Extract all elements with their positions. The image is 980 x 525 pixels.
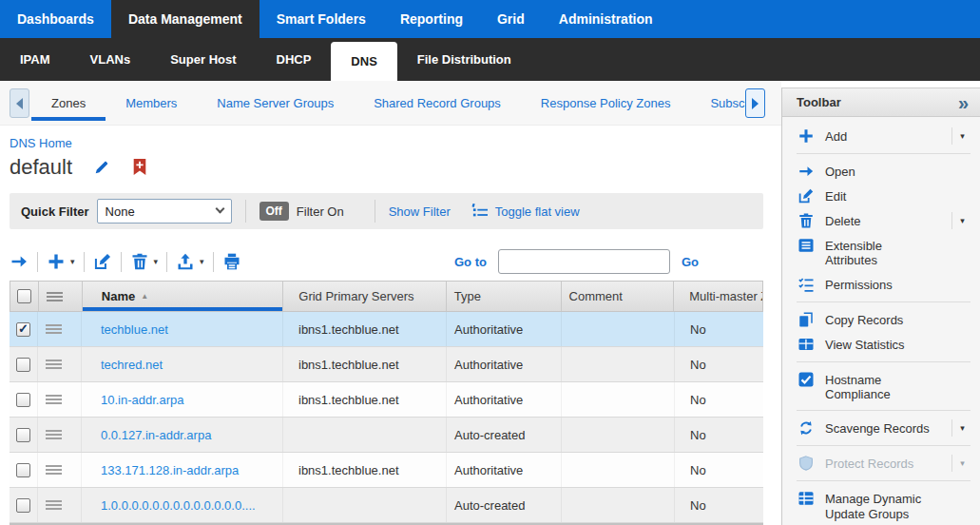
- zone-link[interactable]: 133.171.128.in-addr.arpa: [101, 463, 239, 477]
- quick-filter-bar: Quick Filter None Off Filter On Show Fil…: [10, 193, 763, 229]
- toolbar-extensible-attributes-button[interactable]: Extensible Attributes: [782, 233, 980, 272]
- goto-input[interactable]: [498, 249, 670, 274]
- row-menu-icon[interactable]: [46, 358, 62, 371]
- row-checkbox[interactable]: [16, 498, 30, 513]
- tab-response-policy-zones[interactable]: Response Policy Zones: [521, 88, 691, 121]
- add-button[interactable]: ▾: [47, 252, 75, 271]
- toolbar-delete-button[interactable]: Delete ▾: [782, 208, 980, 233]
- row-checkbox[interactable]: [16, 322, 30, 337]
- cell-grid-primary: [283, 418, 447, 452]
- filter-on-label: Filter On: [297, 204, 344, 219]
- divider: [121, 252, 122, 272]
- table-row[interactable]: 133.171.128.in-addr.arpa ibns1.techblue.…: [10, 453, 763, 488]
- goto-label: Go to: [454, 255, 487, 269]
- caret-down-icon[interactable]: ▾: [200, 257, 204, 266]
- nav-grid[interactable]: Grid: [480, 0, 542, 38]
- column-header-grid-primary[interactable]: Grid Primary Servers: [283, 282, 447, 311]
- zone-link[interactable]: 1.0.0.0.0.0.0.0.0.0.0.0.0.0....: [101, 498, 256, 513]
- cell-multi-master: No: [675, 418, 763, 452]
- tab-scroll-right-button[interactable]: [745, 88, 765, 118]
- column-header-comment[interactable]: Comment: [562, 282, 675, 311]
- recycle-icon: [797, 419, 816, 437]
- table-row[interactable]: 10.in-addr.arpa ibns1.techblue.net Autho…: [10, 382, 763, 418]
- tab-name-server-groups[interactable]: Name Server Groups: [197, 88, 354, 121]
- subnav-super-host[interactable]: Super Host: [150, 38, 256, 81]
- zone-link[interactable]: 0.0.127.in-addr.arpa: [101, 428, 211, 442]
- cell-grid-primary: ibns1.techblue.net: [283, 312, 447, 346]
- row-menu-icon[interactable]: [46, 463, 62, 476]
- subnav-dns[interactable]: DNS: [331, 42, 396, 81]
- breadcrumb-dns-home[interactable]: DNS Home: [10, 136, 72, 150]
- edit-pencil-icon[interactable]: [93, 159, 110, 176]
- toolbar-hostname-compliance-button[interactable]: Hostname Compliance: [782, 367, 980, 406]
- open-selected-button[interactable]: [10, 252, 29, 271]
- column-header-multi-master[interactable]: Multi-master Zones: [674, 282, 762, 311]
- nav-administration[interactable]: Administration: [542, 0, 670, 38]
- zone-link[interactable]: 10.in-addr.arpa: [101, 393, 183, 407]
- toolbar-scavenge-records-button[interactable]: Scavenge Records ▾: [782, 416, 980, 440]
- open-arrow-icon: [797, 163, 816, 180]
- caret-down-icon[interactable]: ▾: [951, 212, 972, 229]
- nav-smart-folders[interactable]: Smart Folders: [259, 0, 383, 38]
- toolbar-open-button[interactable]: Open: [782, 159, 980, 184]
- subnav-dhcp[interactable]: DHCP: [257, 38, 332, 81]
- tab-subscriber-services[interactable]: Subscriber Services: [690, 88, 745, 121]
- row-checkbox[interactable]: [16, 463, 30, 477]
- subnav-vlans[interactable]: VLANs: [70, 38, 151, 81]
- subnav-file-distribution[interactable]: File Distribution: [397, 38, 531, 81]
- cell-grid-primary: ibns1.techblue.net: [283, 382, 447, 417]
- caret-down-icon[interactable]: ▾: [154, 257, 159, 266]
- table-row[interactable]: techred.net ibns1.techblue.net Authorita…: [10, 347, 763, 382]
- toolbar-manage-dynamic-update-groups-button[interactable]: Manage Dynamic Update Groups: [782, 486, 980, 525]
- export-button[interactable]: ▾: [176, 252, 204, 271]
- zone-link[interactable]: techred.net: [101, 358, 163, 372]
- nav-dashboards[interactable]: Dashboards: [0, 0, 111, 38]
- zone-link[interactable]: techblue.net: [101, 322, 168, 337]
- caret-down-icon[interactable]: ▾: [70, 257, 75, 266]
- toolbar-permissions-button[interactable]: Permissions: [782, 272, 980, 297]
- print-button[interactable]: [222, 252, 241, 271]
- cell-multi-master: No: [675, 347, 763, 381]
- filter-off-toggle[interactable]: Off: [259, 202, 289, 221]
- tab-scroll-left-button[interactable]: [10, 88, 29, 118]
- toolbar-add-button[interactable]: Add ▾: [782, 124, 980, 148]
- toolbar-copy-records-button[interactable]: Copy Records: [782, 307, 980, 332]
- collapse-panel-icon[interactable]: »: [958, 93, 969, 112]
- tabs-viewport: ZonesMembersName Server GroupsShared Rec…: [31, 88, 745, 126]
- toolbar-edit-button[interactable]: Edit: [782, 184, 980, 208]
- row-checkbox[interactable]: [16, 428, 30, 442]
- caret-down-icon[interactable]: ▾: [951, 127, 972, 145]
- table-row[interactable]: techblue.net ibns1.techblue.net Authorit…: [10, 312, 763, 347]
- subnav-ipam[interactable]: IPAM: [0, 38, 70, 81]
- edit-button[interactable]: [93, 252, 112, 271]
- divider: [37, 252, 38, 272]
- column-header-name[interactable]: Name▲: [83, 282, 283, 311]
- header-menu-icon[interactable]: [47, 290, 63, 303]
- nav-reporting[interactable]: Reporting: [383, 0, 480, 38]
- row-checkbox[interactable]: [16, 358, 30, 372]
- column-header-type[interactable]: Type: [447, 282, 562, 311]
- nav-data-management[interactable]: Data Management: [111, 0, 259, 38]
- quick-filter-select[interactable]: None: [97, 199, 232, 224]
- row-menu-icon[interactable]: [46, 428, 62, 441]
- row-menu-icon[interactable]: [46, 322, 62, 336]
- toolbar-view-statistics-button[interactable]: View Statistics: [782, 332, 980, 357]
- tab-members[interactable]: Members: [106, 88, 197, 121]
- row-checkbox[interactable]: [16, 393, 30, 407]
- go-button[interactable]: Go: [682, 255, 699, 269]
- title-row: default: [10, 155, 148, 180]
- tab-zones[interactable]: Zones: [31, 88, 106, 121]
- table-row[interactable]: 1.0.0.0.0.0.0.0.0.0.0.0.0.0.... Auto-cre…: [10, 488, 763, 523]
- toggle-flat-view-link[interactable]: Toggle flat view: [495, 204, 580, 219]
- bookmark-icon[interactable]: [131, 159, 148, 176]
- table-row[interactable]: 0.0.127.in-addr.arpa Auto-created No: [10, 418, 763, 453]
- delete-button[interactable]: ▾: [130, 252, 159, 271]
- caret-down-icon[interactable]: ▾: [951, 419, 972, 437]
- select-all-checkbox[interactable]: [17, 289, 31, 303]
- divider: [797, 153, 970, 154]
- row-menu-icon[interactable]: [46, 498, 62, 512]
- tab-shared-record-groups[interactable]: Shared Record Groups: [354, 88, 521, 121]
- cell-comment: [562, 382, 675, 417]
- row-menu-icon[interactable]: [46, 393, 62, 406]
- show-filter-link[interactable]: Show Filter: [389, 204, 451, 219]
